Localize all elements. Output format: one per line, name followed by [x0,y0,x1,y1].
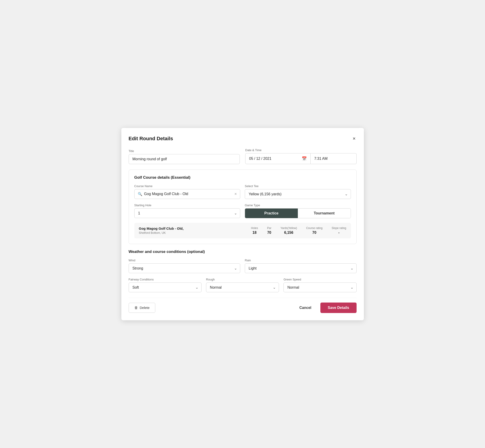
clear-course-icon[interactable]: × [234,192,237,196]
tournament-toggle-button[interactable]: Tournament [298,208,351,218]
select-tee-label: Select Tee [245,184,351,188]
course-name-input-wrapper[interactable]: 🔍 Gog Magog Golf Club - Old × [134,189,241,199]
title-label: Title [129,149,240,153]
rough-dropdown[interactable]: ShortNormalLongVery Long [206,282,279,292]
starting-hole-wrapper: 1234 5678 910 ⌄ [134,208,241,218]
holes-label: Holes [251,226,258,230]
slope-rating-stat: Slope rating - [331,226,346,235]
practice-toggle-button[interactable]: Practice [245,208,298,218]
game-type-label: Game Type [245,203,351,207]
date-input-wrapper[interactable]: 05 / 12 / 2021 📅 [245,153,311,164]
close-button[interactable]: × [352,135,356,142]
par-stat: Par 70 [267,226,271,235]
datetime-inputs: 05 / 12 / 2021 📅 7:31 AM [245,153,356,164]
rain-group: Rain NoneLightModerateHeavy ⌄ [245,259,356,273]
select-tee-dropdown[interactable]: Yellow (6,156 yards) White (6,500 yards)… [245,189,351,199]
green-speed-group: Green Speed SlowNormalFastVery Fast ⌄ [283,278,356,292]
course-info-name: Gog Magog Golf Club - Old, Shelford Bott… [139,226,242,234]
course-name-value: Gog Magog Golf Club - Old [144,192,233,196]
modal-header: Edit Round Details × [129,135,356,142]
search-icon: 🔍 [138,192,142,196]
rain-dropdown[interactable]: NoneLightModerateHeavy [245,263,356,273]
starting-hole-label: Starting Hole [134,203,241,207]
datetime-label: Date & Time [245,148,356,152]
edit-round-modal: Edit Round Details × Title Date & Time 0… [121,128,364,320]
yards-stat: Yards(Yellow) 6,156 [281,226,297,235]
rough-label: Rough [206,278,279,281]
fairway-dropdown[interactable]: HardFirmNormalSoftWet [129,282,202,292]
title-field-group: Title [129,149,240,164]
delete-button[interactable]: 🗑 Delete [129,303,155,313]
course-fields-row1: Course Name 🔍 Gog Magog Golf Club - Old … [134,184,351,199]
course-name-group: Course Name 🔍 Gog Magog Golf Club - Old … [134,184,241,199]
green-speed-wrapper: SlowNormalFastVery Fast ⌄ [283,282,356,292]
slope-rating-label: Slope rating [331,226,346,230]
rain-label: Rain [245,259,356,262]
golf-course-section: Golf Course details (Essential) Course N… [129,170,356,244]
footer-actions: 🗑 Delete Cancel Save Details [129,298,356,313]
select-tee-group: Select Tee Yellow (6,156 yards) White (6… [245,184,351,199]
game-type-toggle: Practice Tournament [245,208,351,218]
course-rating-stat: Course rating 70 [306,226,323,235]
select-tee-wrapper: Yellow (6,156 yards) White (6,500 yards)… [245,189,351,199]
calendar-icon: 📅 [302,156,307,161]
fairway-label: Fairway Conditions [129,278,202,281]
course-info-row: Gog Magog Golf Club - Old, Shelford Bott… [134,223,351,238]
time-value: 7:31 AM [314,157,328,161]
game-type-group: Game Type Practice Tournament [245,203,351,218]
green-speed-dropdown[interactable]: SlowNormalFastVery Fast [283,282,356,292]
slope-rating-value: - [338,231,340,235]
date-value: 05 / 12 / 2021 [249,157,271,161]
top-fields: Title Date & Time 05 / 12 / 2021 📅 7:31 … [129,148,356,164]
wind-group: Wind NoneLightModerateStrongVery Strong … [129,259,241,273]
course-rating-label: Course rating [306,226,323,230]
par-value: 70 [267,231,271,235]
rain-wrapper: NoneLightModerateHeavy ⌄ [245,263,356,273]
wind-dropdown[interactable]: NoneLightModerateStrongVery Strong [129,263,241,273]
footer-right: Cancel Save Details [295,303,356,313]
green-speed-label: Green Speed [283,278,356,281]
cancel-button[interactable]: Cancel [295,303,316,312]
holes-value: 18 [252,231,257,235]
weather-section: Weather and course conditions (optional)… [129,249,356,292]
starting-hole-dropdown[interactable]: 1234 5678 910 [134,208,241,218]
rough-group: Rough ShortNormalLongVery Long ⌄ [206,278,279,292]
fairway-group: Fairway Conditions HardFirmNormalSoftWet… [129,278,202,292]
starting-hole-group: Starting Hole 1234 5678 910 ⌄ [134,203,241,218]
modal-title: Edit Round Details [129,136,173,142]
course-name-label: Course Name [134,184,241,188]
par-label: Par [267,226,271,230]
wind-wrapper: NoneLightModerateStrongVery Strong ⌄ [129,263,241,273]
holes-stat: Holes 18 [251,226,258,235]
course-rating-value: 70 [312,231,316,235]
course-fields-row2: Starting Hole 1234 5678 910 ⌄ Game Type … [134,203,351,218]
yards-value: 6,156 [284,231,293,235]
time-input-wrapper[interactable]: 7:31 AM [311,153,356,164]
weather-row-1: Wind NoneLightModerateStrongVery Strong … [129,259,356,273]
weather-title: Weather and course conditions (optional) [129,249,356,254]
datetime-field-group: Date & Time 05 / 12 / 2021 📅 7:31 AM [245,148,356,164]
save-button[interactable]: Save Details [320,303,356,313]
yards-label: Yards(Yellow) [281,226,297,230]
weather-row-2: Fairway Conditions HardFirmNormalSoftWet… [129,278,356,292]
golf-course-title: Golf Course details (Essential) [134,175,351,180]
title-input[interactable] [129,154,240,164]
course-display-name: Gog Magog Golf Club - Old, [139,226,242,230]
delete-label: Delete [140,306,150,310]
trash-icon: 🗑 [134,306,138,310]
rough-wrapper: ShortNormalLongVery Long ⌄ [206,282,279,292]
fairway-wrapper: HardFirmNormalSoftWet ⌄ [129,282,202,292]
course-location: Shelford Bottom, UK [139,231,242,234]
wind-label: Wind [129,259,241,262]
